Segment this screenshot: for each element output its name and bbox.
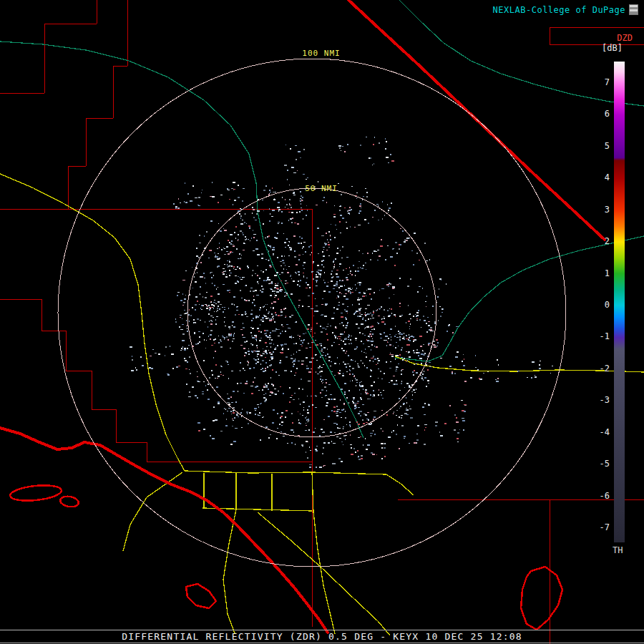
radar-echo xyxy=(376,251,377,252)
radar-echo xyxy=(257,210,260,212)
radar-echo xyxy=(346,338,347,340)
radar-echo xyxy=(404,413,407,414)
radar-echo xyxy=(338,287,340,288)
radar-echo xyxy=(271,216,273,217)
radar-echo xyxy=(429,259,430,260)
radar-echo xyxy=(344,208,346,208)
radar-echo xyxy=(439,306,441,307)
radar-echo xyxy=(270,283,271,283)
radar-echo xyxy=(309,467,311,468)
radar-echo xyxy=(260,331,262,333)
radar-echo xyxy=(377,322,378,323)
radar-echo xyxy=(386,361,387,363)
radar-echo xyxy=(336,424,338,425)
radar-echo xyxy=(217,266,218,268)
radar-echo xyxy=(180,317,181,318)
radar-echo xyxy=(268,350,269,351)
radar-echo xyxy=(366,356,367,358)
radar-echo xyxy=(232,419,233,419)
radar-echo xyxy=(230,411,232,412)
radar-echo xyxy=(303,268,305,269)
radar-echo xyxy=(307,284,309,286)
radar-echo xyxy=(346,351,347,352)
radar-echo xyxy=(248,225,250,227)
radar-echo xyxy=(263,318,263,320)
radar-echo xyxy=(403,404,404,405)
radar-echo xyxy=(323,352,324,353)
radar-echo xyxy=(225,409,226,410)
radar-echo xyxy=(298,307,299,308)
radar-echo xyxy=(347,210,348,212)
radar-echo xyxy=(325,395,326,396)
nexlab-brand-link[interactable]: NEXLAB-College of DuPage xyxy=(493,4,638,15)
radar-echo xyxy=(409,409,411,409)
radar-echo xyxy=(378,205,379,207)
radar-echo xyxy=(197,371,197,372)
radar-echo xyxy=(305,251,306,253)
radar-echo xyxy=(424,403,426,404)
radar-echo xyxy=(426,364,427,366)
radar-echo xyxy=(416,320,418,321)
radar-echo xyxy=(351,360,353,361)
lake-outline xyxy=(9,483,62,502)
radar-echo xyxy=(355,338,357,339)
radar-echo xyxy=(464,381,467,382)
radar-echo xyxy=(210,316,213,316)
radar-echo xyxy=(254,377,255,379)
radar-echo xyxy=(449,405,451,406)
radar-echo xyxy=(194,332,195,333)
radar-echo xyxy=(366,290,367,291)
radar-echo xyxy=(264,401,266,402)
radar-echo xyxy=(276,288,278,289)
radar-echo xyxy=(182,293,183,295)
radar-echo xyxy=(373,430,374,431)
radar-echo xyxy=(263,416,264,417)
radar-echo xyxy=(409,385,410,386)
radar-echo xyxy=(345,411,346,412)
radar-echo xyxy=(381,428,381,429)
radar-echo xyxy=(381,379,383,379)
radar-echo xyxy=(233,182,235,183)
radar-echo xyxy=(349,210,351,211)
radar-echo xyxy=(258,283,259,284)
radar-echo xyxy=(197,205,199,205)
radar-echo xyxy=(346,228,348,229)
radar-echo xyxy=(281,272,283,273)
radar-echo xyxy=(341,280,343,281)
radar-echo xyxy=(306,425,307,426)
radar-echo xyxy=(233,296,235,298)
radar-echo xyxy=(218,223,219,224)
radar-echo xyxy=(300,344,302,345)
radar-echo xyxy=(206,305,208,306)
radar-echo xyxy=(225,270,226,272)
radar-echo xyxy=(390,283,391,285)
radar-echo xyxy=(316,274,317,275)
radar-echo xyxy=(240,215,242,217)
radar-echo xyxy=(358,292,361,293)
radar-echo xyxy=(403,403,405,404)
radar-echo xyxy=(374,210,376,211)
radar-echo xyxy=(182,305,184,306)
radar-echo xyxy=(414,370,415,371)
radar-echo xyxy=(255,386,257,388)
radar-echo xyxy=(517,371,519,371)
colorbar-tick: -3 xyxy=(600,395,610,405)
radar-echo xyxy=(278,283,278,284)
radar-echo xyxy=(222,336,223,336)
radar-echo xyxy=(266,336,268,336)
radar-echo xyxy=(349,374,351,375)
radar-echo xyxy=(437,342,439,343)
radar-echo xyxy=(215,338,216,340)
radar-echo xyxy=(275,371,277,373)
radar-echo xyxy=(409,443,410,444)
radar-echo xyxy=(217,248,218,249)
radar-echo xyxy=(306,423,306,424)
colorbar-tick: -6 xyxy=(600,491,610,501)
radar-echo xyxy=(215,303,217,304)
radar-echo xyxy=(378,323,379,324)
radar-echo xyxy=(341,409,343,411)
radar-echo xyxy=(252,328,254,329)
radar-echo xyxy=(241,314,243,316)
radar-echo xyxy=(184,313,185,314)
radar-echo xyxy=(271,281,273,283)
